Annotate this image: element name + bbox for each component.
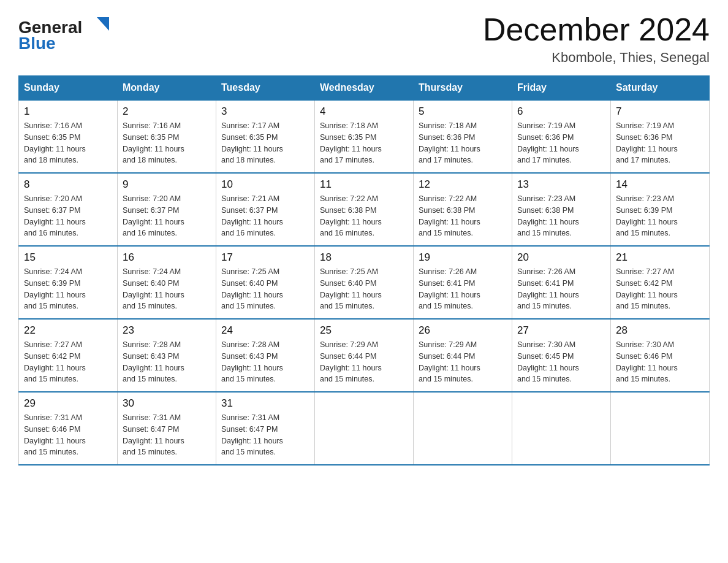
daylight-label: Daylight: 11 hours — [616, 145, 678, 153]
sunrise-label: Sunrise: 7:22 AM — [320, 194, 378, 203]
daylight-label: Daylight: 11 hours — [24, 364, 86, 372]
daylight-label: Daylight: 11 hours — [320, 218, 382, 226]
table-row: 6 Sunrise: 7:19 AM Sunset: 6:36 PM Dayli… — [512, 100, 611, 173]
day-info: Sunrise: 7:28 AM Sunset: 6:43 PM Dayligh… — [221, 339, 309, 385]
day-info: Sunrise: 7:28 AM Sunset: 6:43 PM Dayligh… — [123, 339, 211, 385]
day-number: 4 — [320, 105, 408, 118]
sunset-label: Sunset: 6:37 PM — [123, 206, 179, 215]
day-info: Sunrise: 7:22 AM Sunset: 6:38 PM Dayligh… — [320, 193, 408, 239]
calendar-header-row: Sunday Monday Tuesday Wednesday Thursday… — [19, 76, 710, 101]
day-number: 10 — [221, 178, 309, 191]
daylight-minutes: and 15 minutes. — [320, 375, 374, 383]
daylight-label: Daylight: 11 hours — [517, 291, 579, 299]
table-row: 4 Sunrise: 7:18 AM Sunset: 6:35 PM Dayli… — [315, 100, 414, 173]
day-number: 19 — [419, 251, 507, 264]
daylight-label: Daylight: 11 hours — [221, 218, 283, 226]
daylight-minutes: and 15 minutes. — [419, 229, 473, 237]
daylight-minutes: and 15 minutes. — [24, 448, 78, 456]
daylight-label: Daylight: 11 hours — [24, 291, 86, 299]
sunrise-label: Sunrise: 7:23 AM — [517, 194, 575, 203]
sunrise-label: Sunrise: 7:31 AM — [24, 413, 82, 422]
sunrise-label: Sunrise: 7:29 AM — [320, 340, 378, 349]
svg-marker-1 — [97, 17, 109, 31]
sunrise-label: Sunrise: 7:20 AM — [24, 194, 82, 203]
table-row — [611, 392, 710, 465]
daylight-minutes: and 15 minutes. — [123, 375, 177, 383]
sunset-label: Sunset: 6:35 PM — [24, 133, 80, 142]
daylight-label: Daylight: 11 hours — [123, 364, 184, 372]
day-number: 23 — [123, 324, 211, 337]
sunrise-label: Sunrise: 7:25 AM — [221, 267, 279, 276]
daylight-label: Daylight: 11 hours — [419, 291, 480, 299]
daylight-label: Daylight: 11 hours — [419, 364, 480, 372]
day-info: Sunrise: 7:19 AM Sunset: 6:36 PM Dayligh… — [616, 120, 704, 166]
daylight-label: Daylight: 11 hours — [221, 364, 283, 372]
sunrise-label: Sunrise: 7:27 AM — [24, 340, 82, 349]
day-number: 11 — [320, 178, 408, 191]
sunrise-label: Sunrise: 7:26 AM — [517, 267, 575, 276]
sunrise-label: Sunrise: 7:22 AM — [419, 194, 477, 203]
day-number: 31 — [221, 397, 309, 410]
day-info: Sunrise: 7:22 AM Sunset: 6:38 PM Dayligh… — [419, 193, 507, 239]
calendar-week-row: 29 Sunrise: 7:31 AM Sunset: 6:46 PM Dayl… — [19, 392, 710, 465]
table-row: 29 Sunrise: 7:31 AM Sunset: 6:46 PM Dayl… — [19, 392, 118, 465]
daylight-label: Daylight: 11 hours — [320, 145, 382, 153]
sunrise-label: Sunrise: 7:31 AM — [221, 413, 279, 422]
sunrise-label: Sunrise: 7:28 AM — [123, 340, 181, 349]
daylight-label: Daylight: 11 hours — [616, 218, 678, 226]
day-number: 15 — [24, 251, 112, 264]
day-info: Sunrise: 7:20 AM Sunset: 6:37 PM Dayligh… — [24, 193, 112, 239]
daylight-minutes: and 15 minutes. — [221, 375, 276, 383]
daylight-minutes: and 15 minutes. — [616, 302, 670, 310]
sunset-label: Sunset: 6:40 PM — [123, 279, 179, 288]
daylight-minutes: and 17 minutes. — [616, 156, 670, 164]
day-number: 6 — [517, 105, 605, 118]
daylight-minutes: and 16 minutes. — [24, 229, 78, 237]
table-row: 19 Sunrise: 7:26 AM Sunset: 6:41 PM Dayl… — [414, 246, 512, 319]
day-info: Sunrise: 7:23 AM Sunset: 6:38 PM Dayligh… — [517, 193, 605, 239]
day-number: 29 — [24, 397, 112, 410]
sunset-label: Sunset: 6:46 PM — [24, 425, 80, 434]
sunrise-label: Sunrise: 7:25 AM — [320, 267, 378, 276]
sunset-label: Sunset: 6:44 PM — [419, 352, 475, 361]
daylight-minutes: and 16 minutes. — [123, 229, 177, 237]
day-info: Sunrise: 7:26 AM Sunset: 6:41 PM Dayligh… — [517, 266, 605, 312]
calendar-week-row: 22 Sunrise: 7:27 AM Sunset: 6:42 PM Dayl… — [19, 319, 710, 392]
sunset-label: Sunset: 6:38 PM — [419, 206, 475, 215]
day-info: Sunrise: 7:18 AM Sunset: 6:35 PM Dayligh… — [320, 120, 408, 166]
daylight-label: Daylight: 11 hours — [24, 145, 86, 153]
sunrise-label: Sunrise: 7:18 AM — [320, 121, 378, 130]
table-row: 11 Sunrise: 7:22 AM Sunset: 6:38 PM Dayl… — [315, 173, 414, 246]
day-info: Sunrise: 7:30 AM Sunset: 6:45 PM Dayligh… — [517, 339, 605, 385]
daylight-label: Daylight: 11 hours — [517, 364, 579, 372]
day-info: Sunrise: 7:21 AM Sunset: 6:37 PM Dayligh… — [221, 193, 309, 239]
sunset-label: Sunset: 6:35 PM — [221, 133, 278, 142]
day-info: Sunrise: 7:16 AM Sunset: 6:35 PM Dayligh… — [123, 120, 211, 166]
day-number: 13 — [517, 178, 605, 191]
daylight-minutes: and 17 minutes. — [320, 156, 374, 164]
day-number: 16 — [123, 251, 211, 264]
daylight-label: Daylight: 11 hours — [419, 145, 480, 153]
day-number: 3 — [221, 105, 309, 118]
sunset-label: Sunset: 6:43 PM — [123, 352, 179, 361]
day-info: Sunrise: 7:25 AM Sunset: 6:40 PM Dayligh… — [221, 266, 309, 312]
sunset-label: Sunset: 6:43 PM — [221, 352, 278, 361]
sunrise-label: Sunrise: 7:17 AM — [221, 121, 279, 130]
day-number: 20 — [517, 251, 605, 264]
sunset-label: Sunset: 6:39 PM — [616, 206, 672, 215]
day-info: Sunrise: 7:19 AM Sunset: 6:36 PM Dayligh… — [517, 120, 605, 166]
table-row: 12 Sunrise: 7:22 AM Sunset: 6:38 PM Dayl… — [414, 173, 512, 246]
sunset-label: Sunset: 6:37 PM — [24, 206, 80, 215]
sunrise-label: Sunrise: 7:16 AM — [24, 121, 82, 130]
table-row: 24 Sunrise: 7:28 AM Sunset: 6:43 PM Dayl… — [216, 319, 315, 392]
calendar-week-row: 15 Sunrise: 7:24 AM Sunset: 6:39 PM Dayl… — [19, 246, 710, 319]
daylight-minutes: and 17 minutes. — [517, 156, 572, 164]
day-number: 28 — [616, 324, 704, 337]
table-row: 25 Sunrise: 7:29 AM Sunset: 6:44 PM Dayl… — [315, 319, 414, 392]
daylight-label: Daylight: 11 hours — [517, 145, 579, 153]
sunrise-label: Sunrise: 7:29 AM — [419, 340, 477, 349]
day-number: 1 — [24, 105, 112, 118]
day-number: 26 — [419, 324, 507, 337]
table-row — [414, 392, 512, 465]
table-row: 15 Sunrise: 7:24 AM Sunset: 6:39 PM Dayl… — [19, 246, 118, 319]
